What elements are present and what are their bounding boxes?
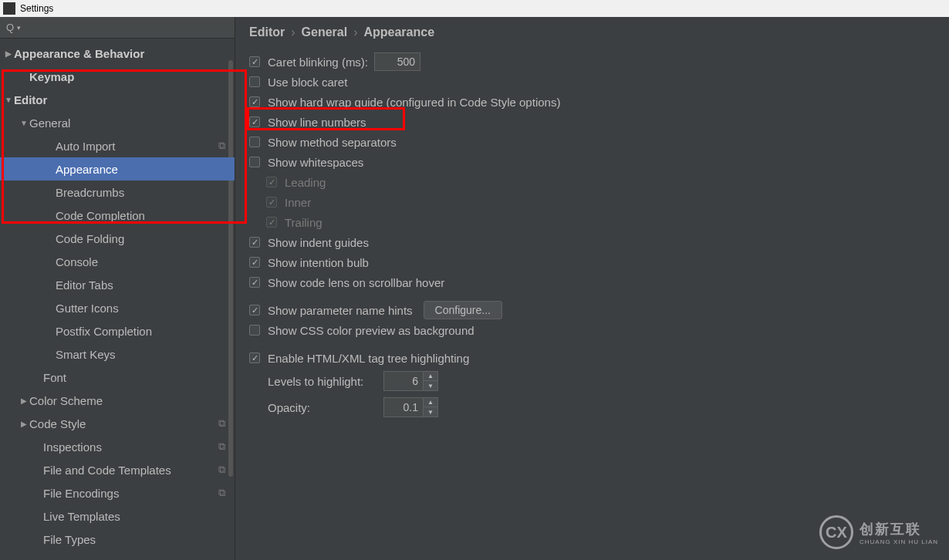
- hard-wrap-checkbox[interactable]: [249, 96, 260, 107]
- tree-toggle-icon[interactable]: ▼: [19, 119, 29, 127]
- levels-spinner[interactable]: ▲▼: [383, 371, 438, 391]
- tree-item-label: Gutter Icons: [56, 302, 119, 315]
- tree-item[interactable]: Smart Keys: [0, 342, 235, 366]
- caret-blinking-input[interactable]: [374, 52, 420, 71]
- tree-item-label: Font: [43, 371, 66, 384]
- tree-item-label: Code Style: [29, 417, 86, 430]
- indent-guides-checkbox[interactable]: [249, 237, 260, 248]
- tree-item-label: Auto Import: [56, 140, 116, 153]
- tree-item-label: File Types: [43, 533, 96, 546]
- configure-button[interactable]: Configure...: [424, 301, 502, 319]
- tree-item-label: Smart Keys: [56, 348, 116, 361]
- tree-item-label: Code Completion: [56, 209, 145, 222]
- tree-item-label: Postfix Completion: [56, 325, 152, 338]
- watermark-text: 创新互联: [860, 520, 938, 538]
- block-caret-checkbox[interactable]: [249, 76, 260, 87]
- window-titlebar: Settings: [0, 0, 949, 17]
- app-icon: [3, 2, 15, 15]
- spinner-down-icon[interactable]: ▼: [424, 407, 437, 417]
- method-separators-label: Show method separators: [268, 136, 397, 149]
- tree-item[interactable]: Code Completion: [0, 204, 235, 227]
- tree-item-label: Inspections: [43, 440, 102, 454]
- tree-item[interactable]: Gutter Icons: [0, 296, 235, 319]
- scope-badge-icon: ⧉: [218, 417, 225, 430]
- trailing-label: Trailing: [285, 216, 323, 229]
- tree-toggle-icon[interactable]: ▼: [3, 96, 14, 104]
- line-numbers-checkbox[interactable]: [249, 116, 260, 127]
- tree-item[interactable]: File Encodings⧉: [0, 481, 235, 504]
- tree-item[interactable]: Postfix Completion: [0, 319, 235, 342]
- tree-item[interactable]: Font: [0, 366, 235, 389]
- tree-item-label: Breadcrumbs: [56, 186, 124, 199]
- opacity-spinner[interactable]: ▲▼: [383, 397, 438, 417]
- css-preview-checkbox[interactable]: [249, 325, 260, 336]
- intention-bulb-checkbox[interactable]: [249, 257, 260, 268]
- tree-item[interactable]: ▶Code Style⧉: [0, 412, 235, 435]
- whitespaces-label: Show whitespaces: [268, 156, 363, 169]
- code-lens-label: Show code lens on scrollbar hover: [268, 276, 444, 289]
- tree-item[interactable]: Inspections⧉: [0, 435, 235, 458]
- caret-blinking-label: Caret blinking (ms):: [268, 56, 368, 69]
- levels-input[interactable]: [383, 371, 424, 391]
- tree-item[interactable]: ▼Editor: [0, 88, 235, 111]
- tree-item[interactable]: ▶Color Scheme: [0, 389, 235, 412]
- tree-item-label: Console: [56, 255, 98, 268]
- tree-item[interactable]: Console: [0, 250, 235, 273]
- tree-item[interactable]: File and Code Templates⧉: [0, 458, 235, 481]
- settings-tree: ▶Appearance & BehaviorKeymap▼Editor▼Gene…: [0, 39, 235, 560]
- levels-label: Levels to highlight:: [268, 375, 383, 388]
- html-xml-label: Enable HTML/XML tag tree highlighting: [268, 352, 469, 365]
- crumb-separator: ›: [353, 25, 357, 39]
- tree-item[interactable]: Code Folding: [0, 227, 235, 250]
- opacity-label: Opacity:: [268, 401, 383, 414]
- spinner-up-icon[interactable]: ▲: [424, 372, 437, 381]
- html-xml-checkbox[interactable]: [249, 353, 260, 363]
- tree-item[interactable]: Auto Import⧉: [0, 134, 235, 157]
- tree-toggle-icon[interactable]: ▶: [3, 49, 14, 58]
- tree-item-label: Editor Tabs: [56, 278, 113, 292]
- line-numbers-label: Show line numbers: [268, 116, 366, 129]
- whitespaces-checkbox[interactable]: [249, 157, 260, 167]
- settings-content: Editor › General › Appearance Caret blin…: [235, 17, 949, 560]
- tree-toggle-icon[interactable]: ▶: [19, 396, 29, 405]
- spinner-up-icon[interactable]: ▲: [424, 398, 437, 407]
- crumb-appearance: Appearance: [363, 25, 434, 39]
- crumb-general[interactable]: General: [302, 25, 348, 39]
- tree-item[interactable]: Live Templates: [0, 504, 235, 528]
- scope-badge-icon: ⧉: [218, 487, 225, 499]
- tree-item[interactable]: ▶Appearance & Behavior: [0, 42, 235, 65]
- spinner-down-icon[interactable]: ▼: [424, 381, 437, 390]
- tree-item[interactable]: Breadcrumbs: [0, 180, 235, 204]
- tree-item[interactable]: Keymap: [0, 65, 235, 88]
- tree-item-label: Code Folding: [56, 232, 124, 245]
- tree-item-label: File and Code Templates: [43, 464, 171, 477]
- method-separators-checkbox[interactable]: [249, 137, 260, 147]
- scope-badge-icon: ⧉: [218, 440, 225, 453]
- crumb-editor[interactable]: Editor: [249, 25, 285, 39]
- leading-label: Leading: [285, 176, 326, 189]
- crumb-separator: ›: [291, 25, 295, 39]
- caret-blinking-checkbox[interactable]: [249, 56, 260, 67]
- tree-item[interactable]: Editor Tabs: [0, 273, 235, 296]
- tree-item-label: Color Scheme: [29, 394, 103, 407]
- param-hints-checkbox[interactable]: [249, 305, 260, 315]
- watermark: CX 创新互联 CHUANG XIN HU LIAN: [819, 515, 938, 549]
- code-lens-checkbox[interactable]: [249, 277, 260, 288]
- tree-item[interactable]: File Types: [0, 528, 235, 551]
- tree-toggle-icon[interactable]: ▶: [19, 420, 29, 428]
- indent-guides-label: Show indent guides: [268, 236, 369, 249]
- block-caret-label: Use block caret: [268, 76, 347, 89]
- tree-item[interactable]: ▼General: [0, 111, 235, 134]
- chevron-down-icon[interactable]: ▾: [17, 24, 21, 32]
- search-bar[interactable]: Q ▾: [0, 17, 235, 39]
- scope-badge-icon: ⧉: [218, 464, 225, 476]
- tree-item[interactable]: Appearance: [0, 157, 235, 180]
- opacity-input[interactable]: [383, 397, 424, 417]
- breadcrumb: Editor › General › Appearance: [249, 17, 949, 48]
- window-title: Settings: [20, 3, 53, 14]
- inner-checkbox: [266, 197, 277, 207]
- settings-sidebar: Q ▾ ▶Appearance & BehaviorKeymap▼Editor▼…: [0, 17, 235, 560]
- search-icon: Q: [6, 22, 14, 33]
- tree-item-label: Editor: [14, 93, 47, 106]
- tree-item-label: Live Templates: [43, 510, 120, 523]
